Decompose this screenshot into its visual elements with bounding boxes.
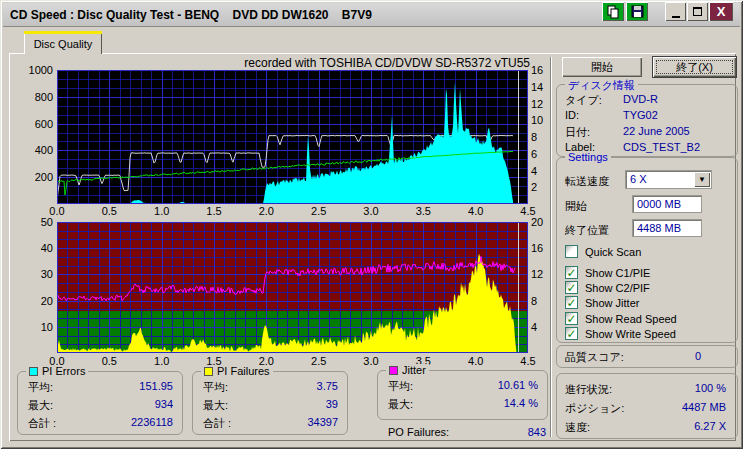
end-pos-input[interactable]: 4488 MB: [632, 219, 702, 237]
x-axis-tick: 0.5: [102, 355, 117, 367]
copy-to-clipboard-button[interactable]: [602, 2, 624, 21]
copy-icon: [606, 5, 620, 19]
y-axis-tick: 800: [13, 91, 53, 103]
checkbox-quick-scan-label: Quick Scan: [585, 246, 641, 258]
tab-strip: Disc Quality: [0, 30, 743, 54]
speed-readout-label: 速度:: [565, 420, 590, 435]
checkbox-show-jitter-label: Show Jitter: [585, 297, 639, 309]
quality-score-group: 品質スコア: 0: [556, 345, 738, 368]
pi-errors-title: PI Errors: [42, 365, 85, 377]
y-axis-tick: 10: [13, 321, 53, 333]
save-floppy-icon: [631, 5, 644, 18]
y-axis-right-tick: 4: [531, 165, 537, 177]
maximize-button[interactable]: [687, 2, 708, 21]
x-axis-tick: 2.0: [259, 205, 274, 217]
jitter-pif-chart: [57, 222, 528, 353]
jitter-avg: 10.61 %: [498, 379, 538, 394]
x-axis-tick: 4.0: [468, 205, 483, 217]
checkbox-show-c1-pie[interactable]: ✓: [565, 266, 578, 279]
disc-type-label: タイプ:: [565, 93, 602, 108]
pi-errors-max: 934: [155, 398, 173, 413]
checkbox-show-read-speed[interactable]: ✓: [565, 312, 578, 325]
position-value: 4487 MB: [682, 401, 726, 413]
exit-button[interactable]: 終了(X): [652, 56, 737, 78]
settings-title: Settings: [565, 151, 611, 163]
jitter-title: Jitter: [402, 364, 426, 376]
y-axis-tick: 40: [13, 242, 53, 254]
y-axis-right-tick: 12: [531, 98, 543, 110]
disc-date-value: 22 June 2005: [623, 125, 690, 137]
po-failures-value: 843: [528, 426, 546, 438]
disc-type-value: DVD-R: [623, 93, 658, 105]
y-axis-right-tick: 8: [531, 295, 537, 307]
minimize-icon: [672, 16, 680, 18]
checkbox-show-read-speed-label: Show Read Speed: [585, 313, 677, 325]
progress-group: 進行状況: 100 % ポジション: 4487 MB 速度: 6.27 X: [556, 373, 738, 439]
y-axis-tick: 400: [13, 144, 53, 156]
max-label: 最大:: [203, 398, 228, 413]
y-axis-tick: 30: [13, 268, 53, 280]
x-axis-tick: 3.0: [363, 205, 378, 217]
close-button[interactable]: X: [709, 2, 733, 21]
progress-value: 100 %: [695, 382, 726, 394]
checkbox-show-c2-pif-label: Show C2/PIF: [585, 282, 650, 294]
check-icon: ✓: [566, 314, 576, 324]
y-axis-right-tick: 6: [531, 148, 537, 160]
po-failures-label: PO Failures:: [388, 426, 449, 438]
y-axis-tick: 1000: [13, 64, 53, 76]
disc-id-label: ID:: [565, 109, 579, 121]
check-icon: ✓: [566, 329, 576, 339]
x-axis-tick: 3.5: [416, 205, 431, 217]
close-icon: X: [717, 4, 726, 19]
pi-failures-avg: 3.75: [317, 380, 338, 395]
start-button[interactable]: 開始: [562, 57, 642, 77]
jitter-stats-box: Jitter 平均:10.61 % 最大:14.4 %: [377, 370, 548, 420]
maximize-icon: [693, 7, 702, 16]
pi-failures-stats-box: PI Failures 平均:3.75 最大:39 合計 :34397: [192, 371, 348, 435]
y-axis-right-tick: 8: [531, 131, 537, 143]
checkbox-show-write-speed[interactable]: ✓: [565, 327, 578, 340]
save-button[interactable]: [626, 2, 648, 21]
pi-failures-swatch: [204, 367, 213, 376]
y-axis-right-tick: 16: [531, 64, 543, 76]
chevron-down-icon[interactable]: ▼: [694, 172, 710, 187]
window-title: CD Speed : Disc Quality Test - BENQ DVD …: [3, 8, 372, 22]
max-label: 最大:: [28, 398, 53, 413]
checkbox-show-c1-pie-label: Show C1/PIE: [585, 267, 650, 279]
start-pos-input[interactable]: 0000 MB: [632, 195, 702, 213]
quality-score-label: 品質スコア:: [565, 350, 624, 365]
settings-group: Settings 転送速度 6 X ▼ 開始 0000 MB 終了位置 4488…: [556, 157, 738, 343]
check-icon: ✓: [566, 283, 576, 293]
x-axis-tick: 0.5: [102, 205, 117, 217]
pi-errors-chart: [57, 70, 528, 204]
y-axis-right-tick: 12: [531, 268, 543, 280]
checkbox-show-c2-pif[interactable]: ✓: [565, 281, 578, 294]
y-axis-right-tick: 4: [531, 321, 537, 333]
start-pos-label: 開始: [565, 199, 587, 214]
disc-info-group: ディスク情報 タイプ: DVD-R ID: TYG02 日付: 22 June …: [556, 84, 738, 157]
x-axis-tick: 1.0: [154, 355, 169, 367]
checkbox-show-jitter[interactable]: ✓: [565, 296, 578, 309]
y-axis-tick: 200: [13, 171, 53, 183]
pi-failures-max: 39: [326, 398, 338, 413]
panel-divider: [550, 57, 552, 437]
x-axis-tick: 2.5: [311, 355, 326, 367]
progress-label: 進行状況:: [565, 382, 612, 397]
pi-errors-stats-box: PI Errors 平均:151.95 最大:934 合計 :2236118: [17, 371, 183, 435]
max-label: 最大:: [388, 397, 413, 412]
speed-select[interactable]: 6 X ▼: [625, 170, 712, 189]
pi-errors-avg: 151.95: [139, 380, 173, 395]
minimize-button[interactable]: [665, 2, 686, 21]
tab-disc-quality[interactable]: Disc Quality: [24, 31, 102, 54]
speed-label: 転送速度: [565, 174, 609, 189]
po-failures-row: PO Failures: 843: [388, 426, 546, 438]
x-axis-tick: 1.5: [206, 205, 221, 217]
quality-score-value: 0: [695, 350, 701, 362]
pi-errors-total: 2236118: [131, 416, 173, 431]
checkbox-quick-scan[interactable]: ✓: [565, 245, 578, 258]
jitter-swatch: [389, 366, 398, 375]
avg-label: 平均:: [28, 380, 53, 395]
chart-header: recorded with TOSHIBA CD/DVDW SD-R5372 v…: [200, 56, 530, 70]
end-pos-label: 終了位置: [565, 223, 609, 238]
disc-label-value: CDS_TEST_B2: [623, 141, 700, 153]
